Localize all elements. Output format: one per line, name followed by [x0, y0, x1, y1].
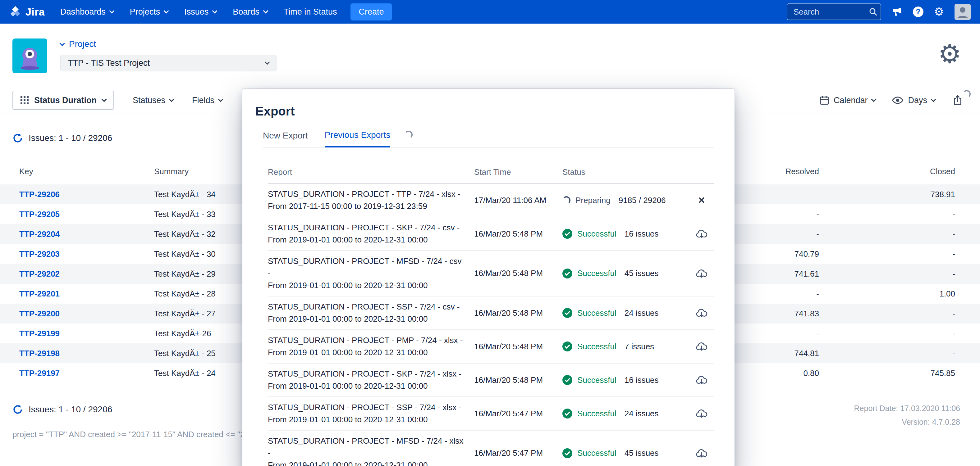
nav-boards[interactable]: Boards: [225, 0, 275, 24]
chevron-down-icon: [164, 8, 169, 14]
export-start-time: 17/Mar/20 11:06 AM: [474, 196, 562, 205]
settings-gear-icon[interactable]: ⚙: [938, 41, 961, 67]
nav-right-cluster: ? ⚙: [787, 3, 970, 20]
col-key: Key: [19, 167, 154, 176]
issue-closed: -: [819, 329, 955, 338]
success-check-icon: [562, 308, 572, 318]
download-icon[interactable]: [696, 375, 708, 385]
fields-dropdown[interactable]: Fields: [192, 96, 223, 105]
jira-page: Jira Dashboards Projects Issues Boards T…: [0, 0, 980, 466]
export-row: STATUS_DURATION - PROJECT - MFSD - 7/24 …: [268, 431, 714, 466]
top-navigation: Jira Dashboards Projects Issues Boards T…: [0, 0, 980, 24]
export-report-name: STATUS_DURATION - PROJECT - MFSD - 7/24 …: [268, 255, 474, 292]
report-meta: Report Date: 17.03.2020 11:06 Version: 4…: [854, 402, 960, 429]
issue-key-link[interactable]: TTP-29203: [19, 249, 154, 259]
download-icon[interactable]: [696, 448, 708, 458]
issue-closed: -: [819, 230, 955, 239]
export-status: Successful 16 issues: [562, 375, 689, 385]
project-select[interactable]: TTP - TIS Test Project: [60, 55, 277, 71]
modal-title: Export: [242, 89, 735, 118]
col-status: Status: [562, 167, 689, 177]
nav-dashboards[interactable]: Dashboards: [52, 0, 122, 24]
chevron-down-icon: [263, 8, 268, 14]
toolbar-right: Calendar Days: [803, 95, 963, 106]
nav-issues[interactable]: Issues: [176, 0, 225, 24]
export-row: STATUS_DURATION - PROJECT - MFSD - 7/24 …: [268, 251, 714, 296]
download-icon[interactable]: [696, 228, 708, 239]
calendar-dropdown[interactable]: Calendar: [819, 95, 876, 105]
export-status: Preparing 9185 / 29206: [562, 196, 689, 205]
preparing-spinner-icon: [562, 196, 571, 204]
exports-table-header: Report Start Time Status: [268, 167, 714, 184]
export-row: STATUS_DURATION - PROJECT - SKP - 7/24 -…: [268, 217, 714, 251]
col-report: Report: [268, 167, 474, 177]
help-icon[interactable]: ?: [913, 6, 923, 17]
issue-key-link[interactable]: TTP-29204: [19, 230, 154, 239]
export-icon: [953, 95, 963, 106]
statuses-dropdown[interactable]: Statuses: [133, 96, 173, 105]
search-box: [787, 3, 881, 20]
success-check-icon: [562, 229, 572, 239]
tab-previous-exports[interactable]: Previous Exports: [325, 130, 391, 147]
issue-closed: 1.00: [819, 289, 955, 299]
export-report-name: STATUS_DURATION - PROJECT - TTP - 7/24 -…: [268, 188, 474, 212]
search-icon[interactable]: [869, 7, 877, 19]
export-report-name: STATUS_DURATION - PROJECT - SKP - 7/24 -…: [268, 368, 474, 392]
export-row: STATUS_DURATION - PROJECT - SSP - 7/24 -…: [268, 296, 714, 330]
tab-loading-spinner: [404, 131, 413, 139]
success-check-icon: [562, 269, 572, 279]
jira-logo[interactable]: Jira: [10, 6, 45, 18]
chevron-down-icon: [871, 97, 877, 102]
success-check-icon: [562, 375, 572, 385]
issue-closed: -: [819, 209, 955, 219]
download-icon[interactable]: [696, 408, 708, 419]
modal-tabs: New Export Previous Exports: [263, 130, 714, 147]
success-check-icon: [562, 409, 572, 418]
issue-key-link[interactable]: TTP-29198: [19, 349, 154, 358]
plugin-version: Version: 4.7.0.28: [854, 415, 960, 429]
nav-time-in-status[interactable]: Time in Status: [275, 0, 345, 24]
nav-projects[interactable]: Projects: [122, 0, 177, 24]
issue-key-link[interactable]: TTP-29205: [19, 209, 154, 219]
calendar-icon: [819, 95, 829, 105]
user-avatar[interactable]: [955, 4, 970, 20]
nav-settings-gear-icon[interactable]: ⚙: [934, 6, 944, 17]
refresh-icon[interactable]: [13, 133, 23, 143]
export-start-time: 16/Mar/20 5:48 PM: [474, 308, 562, 318]
download-icon[interactable]: [696, 341, 708, 352]
export-report-name: STATUS_DURATION - PROJECT - PMP - 7/24 -…: [268, 334, 474, 358]
export-report-name: STATUS_DURATION - PROJECT - SSP - 7/24 -…: [268, 401, 474, 426]
cancel-export-icon[interactable]: ×: [698, 195, 705, 206]
report-date: Report Date: 17.03.2020 11:06: [854, 402, 960, 415]
feedback-megaphone-icon[interactable]: [892, 7, 902, 17]
chevron-down-icon: [265, 60, 270, 65]
issue-key-link[interactable]: TTP-29206: [19, 190, 154, 199]
tab-new-export[interactable]: New Export: [263, 131, 308, 147]
col-start-time: Start Time: [474, 167, 562, 177]
issue-closed: -: [819, 269, 955, 279]
issue-key-link[interactable]: TTP-29202: [19, 269, 154, 279]
issue-closed: -: [819, 349, 955, 358]
download-icon[interactable]: [696, 268, 708, 279]
download-icon[interactable]: [696, 307, 708, 318]
export-start-time: 16/Mar/20 5:47 PM: [474, 448, 562, 458]
create-button[interactable]: Create: [350, 3, 392, 21]
issue-closed: -: [819, 309, 955, 319]
chevron-down-icon: [218, 97, 223, 102]
chevron-down-icon: [60, 41, 65, 46]
issue-key-link[interactable]: TTP-29199: [19, 329, 154, 338]
issue-key-link[interactable]: TTP-29201: [19, 289, 154, 299]
project-avatar[interactable]: [13, 38, 47, 73]
search-input[interactable]: [787, 3, 881, 20]
project-scope-toggle[interactable]: Project: [60, 39, 277, 49]
issue-key-link[interactable]: TTP-29200: [19, 309, 154, 319]
refresh-icon[interactable]: [13, 404, 23, 415]
project-meta: Project TTP - TIS Test Project: [60, 39, 277, 71]
project-header: Project TTP - TIS Test Project ⚙: [0, 24, 980, 82]
issue-key-link[interactable]: TTP-29197: [19, 369, 154, 378]
export-row: STATUS_DURATION - PROJECT - PMP - 7/24 -…: [268, 330, 714, 363]
main-menu: Dashboards Projects Issues Boards Time i…: [52, 0, 392, 24]
export-button[interactable]: [953, 95, 963, 106]
report-type-button[interactable]: Status Duration: [13, 91, 114, 110]
days-dropdown[interactable]: Days: [892, 96, 935, 105]
